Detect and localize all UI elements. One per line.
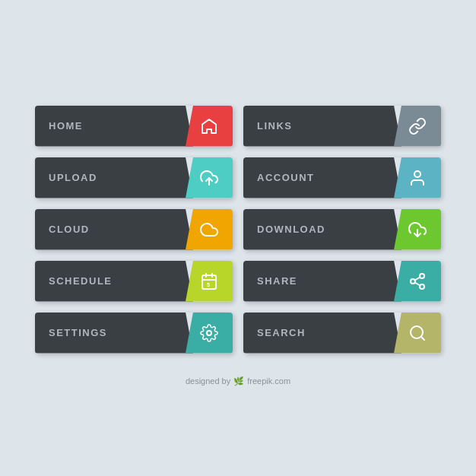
account-icon-area xyxy=(394,157,441,198)
link-icon xyxy=(408,117,427,135)
settings-button[interactable]: SETTINGS xyxy=(35,313,233,354)
search-icon-area xyxy=(394,313,441,354)
svg-text:5: 5 xyxy=(207,282,210,287)
calendar-icon: 5 xyxy=(200,272,218,290)
footer-brand: freepik.com xyxy=(247,376,290,386)
svg-line-11 xyxy=(415,282,420,285)
links-icon-area xyxy=(394,106,441,147)
buttons-grid: HOME LINKS UPLOAD ACCOUNT xyxy=(20,90,456,369)
svg-line-12 xyxy=(415,277,420,280)
footer-emoji: 🌿 xyxy=(233,376,244,386)
svg-point-13 xyxy=(207,331,211,335)
share-button[interactable]: SHARE xyxy=(243,261,441,302)
svg-line-15 xyxy=(421,336,424,339)
schedule-icon-area: 5 xyxy=(186,261,233,302)
settings-icon-area xyxy=(186,313,233,354)
schedule-button[interactable]: SCHEDULE 5 xyxy=(35,261,233,302)
share-icon-area xyxy=(394,261,441,302)
links-button[interactable]: LINKS xyxy=(243,106,441,147)
svg-point-1 xyxy=(414,171,420,177)
settings-label: SETTINGS xyxy=(35,313,193,354)
download-label: DOWNLOAD xyxy=(243,209,401,250)
cloud-button[interactable]: CLOUD xyxy=(35,209,233,250)
search-button[interactable]: SEARCH xyxy=(243,313,441,354)
home-icon xyxy=(200,117,218,135)
user-icon xyxy=(408,169,427,187)
download-button[interactable]: DOWNLOAD xyxy=(243,209,441,250)
home-icon-area xyxy=(186,106,233,147)
upload-button[interactable]: UPLOAD xyxy=(35,157,233,198)
search-label: SEARCH xyxy=(243,313,401,354)
home-label: HOME xyxy=(35,106,193,147)
footer: designed by 🌿 freepik.com xyxy=(186,376,290,386)
share-label: SHARE xyxy=(243,261,401,302)
footer-text: designed by xyxy=(186,376,230,386)
download-icon-area xyxy=(394,209,441,250)
cloud-label: CLOUD xyxy=(35,209,193,250)
schedule-label: SCHEDULE xyxy=(35,261,193,302)
upload-label: UPLOAD xyxy=(35,157,193,198)
account-label: ACCOUNT xyxy=(243,157,401,198)
search-icon xyxy=(408,324,427,342)
upload-icon xyxy=(200,169,218,187)
account-button[interactable]: ACCOUNT xyxy=(243,157,441,198)
upload-icon-area xyxy=(186,157,233,198)
home-button[interactable]: HOME xyxy=(35,106,233,147)
share-icon xyxy=(408,272,427,290)
cloud-icon-area xyxy=(186,209,233,250)
settings-icon xyxy=(200,324,218,342)
links-label: LINKS xyxy=(243,106,401,147)
cloud-icon xyxy=(200,221,218,239)
download-icon xyxy=(408,221,427,239)
